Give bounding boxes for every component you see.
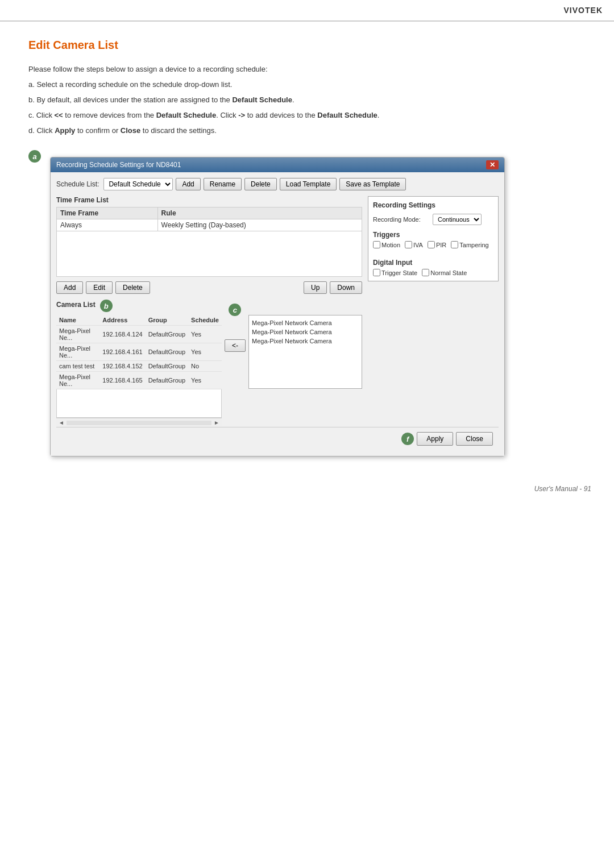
normal-state-label: Normal State [430,269,467,276]
camera-schedule: Yes [188,372,222,389]
camera-group: DefaultGroup [146,372,188,389]
trigger-state: Trigger State [373,269,417,276]
recording-settings-box: Recording Settings Recording Mode: Conti… [368,196,499,281]
schedule-list-label: Schedule List: [56,180,99,188]
col-time-frame: Time Frame [57,207,158,219]
iva-trigger: IVA [405,241,423,248]
tf-add-button[interactable]: Add [56,281,83,294]
pir-label: PIR [436,242,446,248]
camera-list-title: Camera List [56,301,96,309]
close-button[interactable]: Close [456,432,493,446]
tf-delete-button[interactable]: Delete [115,281,150,294]
table-row[interactable]: Mega-Pixel Ne... 192.168.4.124 DefaultGr… [56,326,222,343]
tf-edit-button[interactable]: Edit [86,281,113,294]
page-footer: User's Manual - 91 [0,474,614,504]
motion-label: Motion [381,242,400,248]
camera-group: DefaultGroup [146,326,188,343]
col-group: Group [146,315,188,326]
table-row[interactable]: Always Weekly Setting (Day-based) [57,219,362,231]
normal-state-checkbox[interactable] [422,269,429,276]
digital-input-row: Trigger State Normal State [373,269,493,276]
page-title: Edit Camera List [28,39,586,52]
iva-checkbox[interactable] [405,241,412,248]
intro-text: Please follow the steps below to assign … [28,63,586,76]
page-number: User's Manual - 91 [534,485,591,493]
camera-address: 192.168.4.124 [99,326,145,343]
load-template-button[interactable]: Load Template [280,178,337,190]
rename-button[interactable]: Rename [204,178,242,190]
tampering-checkbox[interactable] [451,241,458,248]
step-b-circle: b [100,300,113,312]
camera-address: 192.168.4.161 [99,343,145,361]
step-a: a. Select a recording schedule on the sc… [28,78,586,91]
list-item: Mega-Pixel Network Camera [252,318,359,327]
down-button[interactable]: Down [330,281,362,294]
add-button[interactable]: Add [176,178,200,190]
camera-schedule: Yes [188,326,222,343]
delete-button[interactable]: Delete [244,178,277,190]
digital-input-title: Digital Input [373,259,493,267]
step-c-circle: c [229,304,241,316]
col-address: Address [99,315,145,326]
rule-value: Weekly Setting (Day-based) [157,219,362,231]
step-b: b. By default, all devices under the sta… [28,94,586,106]
rec-mode-row: Recording Mode: Continuous [373,214,493,225]
tampering-trigger: Tampering [451,241,488,248]
brand-label: VIVOTEK [564,6,603,15]
dialog-footer: f Apply Close [56,427,499,450]
motion-checkbox[interactable] [373,241,380,248]
camera-group: DefaultGroup [146,361,188,372]
table-row[interactable]: cam test test 192.168.4.152 DefaultGroup… [56,361,222,372]
table-row[interactable]: Mega-Pixel Ne... 192.168.4.161 DefaultGr… [56,343,222,361]
step-d: d. Click Apply to confirm or Close to di… [28,124,586,137]
triggers-title: Triggers [373,231,493,239]
apply-button[interactable]: Apply [417,432,453,446]
rec-settings-title: Recording Settings [373,201,493,209]
list-item: Mega-Pixel Network Camera [252,337,359,346]
dialog-window: Recording Schedule Settings for ND8401 ✕… [50,157,505,456]
camera-name: cam test test [56,361,99,372]
transfer-area: c <- [225,315,246,354]
dialog-titlebar: Recording Schedule Settings for ND8401 ✕ [51,157,504,172]
pir-checkbox[interactable] [428,241,435,248]
scrollbar-row: ◄ ► [56,418,222,427]
camera-name: Mega-Pixel Ne... [56,343,99,361]
schedule-dropdown[interactable]: Default Schedule [103,178,173,190]
iva-label: IVA [413,242,423,248]
time-frame-btn-row: Add Edit Delete Up Down [56,281,362,294]
col-name: Name [56,315,99,326]
camera-schedule: Yes [188,343,222,361]
rec-mode-label: Recording Mode: [373,216,430,223]
table-row[interactable]: Mega-Pixel Ne... 192.168.4.165 DefaultGr… [56,372,222,389]
pir-trigger: PIR [428,241,446,248]
dialog-title: Recording Schedule Settings for ND8401 [56,161,181,169]
camera-right-list: Mega-Pixel Network Camera Mega-Pixel Net… [248,315,362,389]
rec-mode-dropdown[interactable]: Continuous [433,214,482,225]
save-as-template-button[interactable]: Save as Template [339,178,406,190]
right-column: Recording Settings Recording Mode: Conti… [368,196,499,427]
trigger-state-checkbox[interactable] [373,269,380,276]
left-column: Time Frame List Time Frame Rule Alway [56,196,362,427]
camera-group: DefaultGroup [146,343,188,361]
camera-table: Name Address Group Schedule Mega [56,315,222,389]
triggers-row: Motion IVA PIR [373,241,493,248]
page-header: VIVOTEK [0,0,614,22]
transfer-button[interactable]: <- [225,339,246,352]
empty-row [57,231,362,277]
page-content: Edit Camera List Please follow the steps… [0,22,614,474]
dialog-body: Schedule List: Default Schedule Add Rena… [51,172,504,456]
camera-split: Name Address Group Schedule Mega [56,315,362,427]
dialog-close-button[interactable]: ✕ [486,160,499,169]
up-button[interactable]: Up [304,281,327,294]
col-rule: Rule [157,207,362,219]
step-f-circle: f [401,433,414,445]
instructions: Please follow the steps below to assign … [28,63,586,137]
triggers-section: Triggers Motion IVA [373,231,493,248]
time-frame-always: Always [57,219,158,231]
step-a-circle: a [28,150,41,163]
normal-state: Normal State [422,269,467,276]
list-item: Mega-Pixel Network Camera [252,327,359,337]
main-columns: Time Frame List Time Frame Rule Alway [56,196,499,427]
digital-input-section: Digital Input Trigger State Normal State [373,259,493,276]
camera-right-panel: Mega-Pixel Network Camera Mega-Pixel Net… [248,315,362,389]
